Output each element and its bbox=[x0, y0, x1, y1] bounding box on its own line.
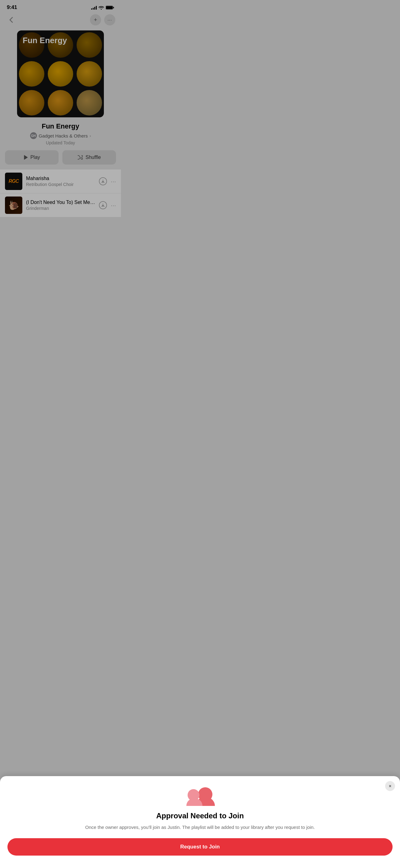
modal-overlay: × Approval Needed to Join Once the owner… bbox=[0, 0, 121, 262]
